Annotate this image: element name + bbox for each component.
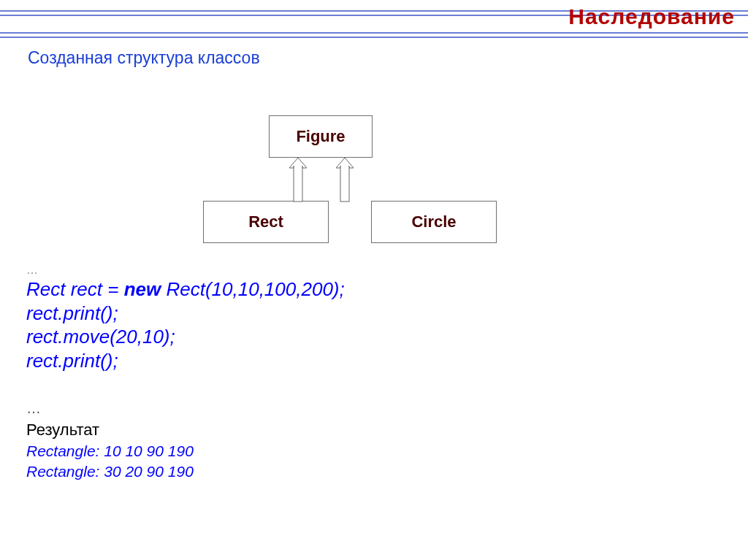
svg-rect-5 [341, 166, 348, 168]
code-line-4: rect.print(); [26, 349, 345, 373]
class-box-rect: Rect [203, 201, 329, 243]
code-ellipsis-top: … [26, 263, 345, 277]
class-label-circle: Circle [411, 212, 456, 231]
result-line-2: Rectangle: 30 20 90 190 [26, 461, 194, 482]
code-kw-new: new [124, 278, 161, 300]
code-line-3: rect.move(20,10); [26, 325, 345, 349]
class-label-rect: Rect [248, 212, 283, 231]
slide: Наследование Созданная структура классов… [0, 0, 748, 560]
svg-rect-4 [340, 166, 349, 202]
code-line-1-post: Rect(10,10,100,200); [161, 278, 345, 300]
code-line-1: Rect rect = new Rect(10,10,100,200); [26, 277, 345, 302]
code-block: … Rect rect = new Rect(10,10,100,200); r… [26, 263, 345, 372]
result-line-1: Rectangle: 10 10 90 190 [26, 441, 194, 461]
code-line-2: rect.print(); [26, 302, 345, 326]
svg-marker-0 [289, 158, 307, 168]
code-ellipsis-bottom: … [26, 400, 41, 417]
subtitle: Созданная структура классов [28, 48, 260, 68]
class-diagram: Figure Rect Circle [28, 102, 554, 263]
class-box-figure: Figure [269, 115, 373, 158]
class-box-circle: Circle [371, 201, 497, 243]
slide-title: Наследование [568, 4, 735, 29]
svg-marker-3 [336, 158, 354, 168]
result-block: Rectangle: 10 10 90 190 Rectangle: 30 20… [26, 441, 194, 483]
svg-rect-1 [294, 166, 302, 202]
code-line-1-pre: Rect rect = [26, 278, 124, 300]
inheritance-arrow-right [335, 156, 355, 203]
svg-rect-2 [294, 166, 302, 168]
rule-under-title [0, 32, 748, 38]
inheritance-arrow-left [288, 156, 308, 203]
class-label-figure: Figure [296, 127, 345, 146]
result-label: Результат [26, 421, 99, 440]
